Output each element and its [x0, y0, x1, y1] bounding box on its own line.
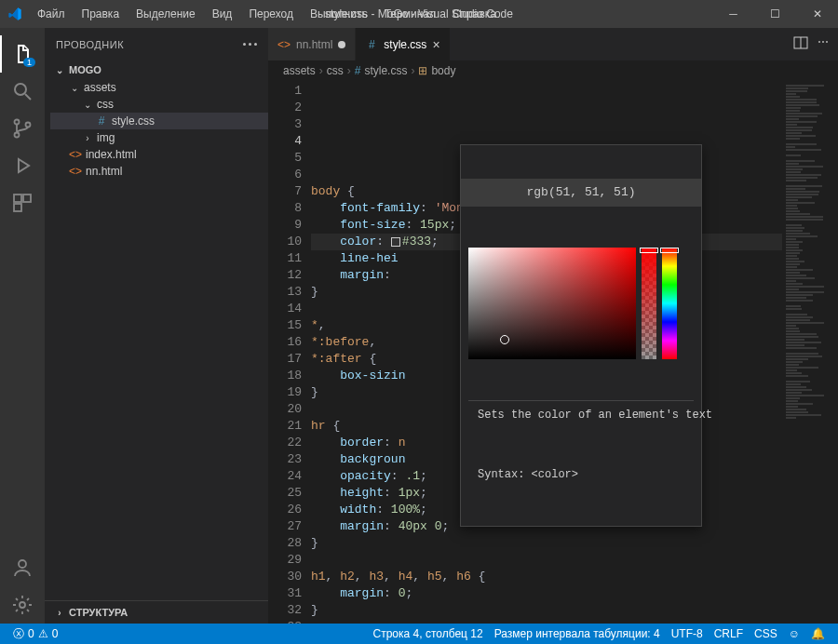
css-file-icon: # [365, 38, 378, 51]
svg-marker-5 [19, 159, 29, 172]
hue-slider[interactable] [662, 248, 677, 359]
editor-tabs: <> nn.html # style.css × ⋯ [268, 28, 838, 60]
status-encoding[interactable]: UTF-8 [666, 627, 709, 640]
code-content[interactable]: rgb(51, 51, 51) Sets the color of an ele… [311, 81, 782, 624]
tree-label: img [97, 131, 115, 144]
branch-icon [11, 117, 34, 140]
chevron-down-icon: ⌄ [54, 65, 65, 75]
status-feedback[interactable]: ☺ [783, 627, 805, 640]
activity-settings[interactable] [0, 586, 45, 624]
file-style-css[interactable]: #style.css [50, 113, 268, 129]
close-tab-icon[interactable]: × [432, 37, 439, 52]
activity-bar: 1 [0, 28, 45, 624]
play-icon [11, 154, 34, 177]
maximize-button[interactable]: ☐ [754, 0, 796, 28]
activity-debug[interactable] [0, 147, 45, 184]
tree-label: index.html [86, 148, 137, 161]
search-icon [11, 80, 34, 102]
tab-style-css[interactable]: # style.css × [356, 28, 450, 60]
svg-point-0 [15, 84, 26, 95]
svg-rect-8 [14, 204, 21, 211]
color-picker-description: Sets the color of an element's text [468, 400, 694, 429]
svg-point-2 [15, 120, 20, 125]
status-cursor[interactable]: Строка 4, столбец 12 [368, 627, 489, 640]
breadcrumb-segment[interactable]: css [327, 64, 344, 77]
bell-icon: 🔔 [811, 627, 825, 640]
menu-selection[interactable]: Выделение [128, 4, 203, 24]
css-file-icon: # [355, 64, 361, 77]
tab-nn-html[interactable]: <> nn.html [268, 28, 356, 60]
color-picker-header[interactable]: rgb(51, 51, 51) [461, 179, 701, 207]
saturation-value-panel[interactable] [468, 248, 636, 359]
chevron-right-icon: › [82, 133, 93, 143]
breadcrumb-segment[interactable]: assets [283, 64, 316, 77]
status-eol[interactable]: CRLF [709, 627, 749, 640]
warning-icon: ⚠ [38, 627, 48, 640]
breadcrumb[interactable]: assets › css › # style.css › ⊞ body [268, 60, 838, 81]
folder-img[interactable]: ›img [50, 129, 268, 146]
outline-section[interactable]: › СТРУКТУРА [45, 600, 268, 624]
folder-assets[interactable]: ⌄assets [50, 79, 268, 96]
activity-source-control[interactable] [0, 110, 45, 147]
status-problems[interactable]: ⓧ0 ⚠0 [7, 626, 63, 642]
color-picker-syntax: Syntax: <color> [468, 463, 694, 492]
chevron-right-icon: › [347, 64, 351, 77]
alpha-slider[interactable] [642, 248, 656, 359]
tab-actions: ⋯ [793, 35, 838, 53]
activity-extensions[interactable] [0, 184, 45, 221]
project-section[interactable]: ⌄ MOGO [45, 60, 268, 79]
tree-label: assets [84, 81, 116, 94]
breadcrumb-segment[interactable]: body [431, 64, 455, 77]
smiley-icon: ☺ [789, 627, 800, 640]
html-file-icon: <> [69, 148, 82, 161]
activity-search[interactable] [0, 73, 45, 110]
editor: <> nn.html # style.css × ⋯ assets [268, 28, 838, 624]
activity-explorer[interactable]: 1 [0, 35, 45, 73]
line-gutter: 1234567891011121314151617181920212223242… [268, 81, 311, 624]
status-lang[interactable]: CSS [749, 627, 783, 640]
svg-rect-6 [14, 195, 21, 202]
svg-point-3 [15, 133, 20, 138]
selector-icon: ⊞ [418, 64, 427, 77]
chevron-down-icon: ⌄ [69, 83, 80, 93]
breadcrumb-segment[interactable]: style.css [364, 64, 407, 77]
more-actions-icon[interactable]: ⋯ [818, 35, 829, 53]
svg-point-10 [20, 602, 25, 608]
extensions-icon [11, 192, 34, 214]
close-button[interactable]: ✕ [796, 0, 838, 28]
sidebar: ПРОВОДНИК ⌄ MOGO ⌄assets ⌄css #style.css… [45, 28, 268, 624]
chevron-right-icon: › [411, 64, 414, 77]
sidebar-title: ПРОВОДНИК [56, 39, 124, 50]
svg-point-4 [26, 123, 31, 127]
menu-edit[interactable]: Правка [74, 4, 128, 24]
statusbar: ⓧ0 ⚠0 Строка 4, столбец 12 Размер интерв… [0, 624, 838, 644]
menu-file[interactable]: Файл [30, 4, 73, 24]
tree-label: style.css [112, 114, 155, 127]
folder-css[interactable]: ⌄css [50, 96, 268, 113]
code-area[interactable]: 1234567891011121314151617181920212223242… [268, 81, 838, 624]
file-nn-html[interactable]: <>nn.html [50, 163, 268, 180]
color-picker-body [461, 240, 701, 367]
chevron-right-icon: › [319, 64, 323, 77]
html-file-icon: <> [277, 38, 291, 51]
file-index-html[interactable]: <>index.html [50, 146, 268, 163]
color-picker[interactable]: rgb(51, 51, 51) Sets the color of an ele… [460, 144, 702, 527]
outline-label: СТРУКТУРА [69, 607, 128, 618]
project-name: MOGO [69, 64, 101, 75]
tab-label: style.css [384, 38, 426, 51]
menu-view[interactable]: Вид [205, 4, 240, 24]
status-notifications[interactable]: 🔔 [805, 627, 831, 640]
status-indent[interactable]: Размер интервала табуляции: 4 [489, 627, 666, 640]
tab-label: nn.html [296, 38, 332, 51]
titlebar: Файл Правка Выделение Вид Переход Выполн… [0, 0, 838, 28]
tree-label: nn.html [86, 165, 122, 178]
activity-accounts[interactable] [0, 549, 45, 586]
account-icon [11, 557, 34, 579]
window-controls: ─ ☐ ✕ [712, 0, 838, 28]
menu-go[interactable]: Переход [241, 4, 301, 24]
chevron-down-icon: ⌄ [82, 100, 93, 110]
minimize-button[interactable]: ─ [712, 0, 754, 28]
sidebar-more-icon[interactable] [243, 43, 257, 46]
split-editor-icon[interactable] [793, 35, 808, 53]
minimap[interactable] [782, 81, 838, 624]
